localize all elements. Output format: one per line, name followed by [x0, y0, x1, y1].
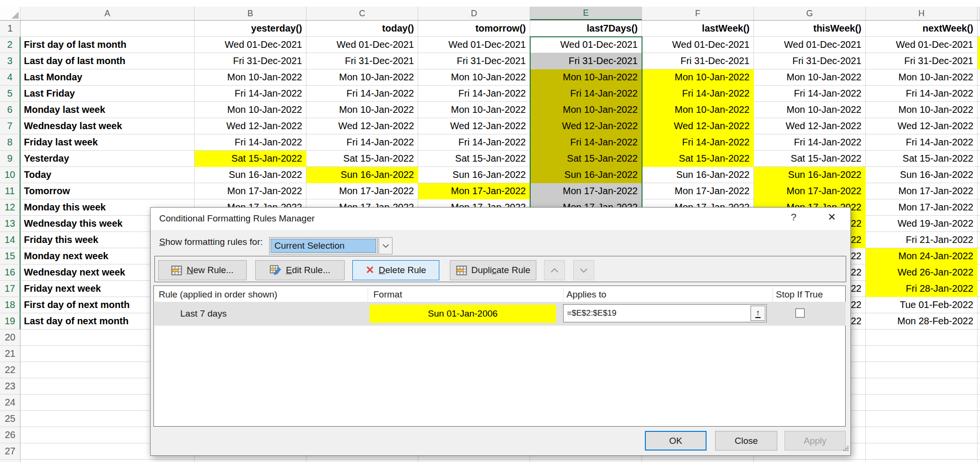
cell-D5[interactable]: Fri 14-Jan-2022	[418, 86, 530, 102]
row-header-3[interactable]: 3	[0, 53, 21, 69]
cell-B4[interactable]: Mon 10-Jan-2022	[195, 69, 306, 86]
cell-E7[interactable]: Wed 12-Jan-2022	[530, 118, 642, 134]
column-header-G[interactable]: G	[754, 7, 866, 20]
cell-H27[interactable]	[866, 443, 978, 460]
cell-D28[interactable]	[418, 460, 530, 462]
row-header-7[interactable]: 7	[0, 118, 21, 134]
cell-F2[interactable]: Wed 01-Dec-2021	[642, 37, 754, 53]
cell-D6[interactable]: Mon 10-Jan-2022	[418, 102, 530, 118]
cell-I6[interactable]	[978, 102, 980, 118]
cell-E3[interactable]: Fri 31-Dec-2021	[530, 53, 642, 69]
cell-C3[interactable]: Fri 31-Dec-2021	[306, 53, 418, 69]
cell-C6[interactable]: Mon 10-Jan-2022	[306, 102, 418, 118]
cell-B7[interactable]: Wed 12-Jan-2022	[195, 118, 306, 134]
cell-D9[interactable]: Sat 15-Jan-2022	[418, 151, 530, 167]
cell-D4[interactable]: Mon 10-Jan-2022	[418, 69, 530, 86]
cell-H12[interactable]: Mon 17-Jan-2022	[866, 199, 978, 216]
row-header-10[interactable]: 10	[0, 167, 21, 183]
cell-D11[interactable]: Mon 17-Jan-2022	[418, 183, 530, 199]
cell-C11[interactable]: Mon 17-Jan-2022	[306, 183, 418, 199]
cell-H19[interactable]: Mon 28-Feb-2022	[866, 313, 978, 330]
cell-F4[interactable]: Mon 10-Jan-2022	[642, 69, 754, 86]
cell-B28[interactable]	[195, 460, 306, 462]
cell-C2[interactable]: Wed 01-Dec-2021	[306, 37, 418, 53]
cell-D1[interactable]: tomorrow()	[418, 21, 530, 37]
cell-H26[interactable]	[866, 427, 978, 443]
cell-A11[interactable]: Tomorrow	[21, 183, 195, 199]
cell-B1[interactable]: yesterday()	[195, 21, 306, 37]
cell-I25[interactable]	[978, 411, 980, 427]
cell-F1[interactable]: lastWeek()	[642, 21, 754, 37]
cell-I14[interactable]	[978, 232, 980, 248]
cell-A7[interactable]: Wednesday last week	[21, 118, 195, 134]
move-rule-down-button[interactable]	[573, 260, 594, 280]
rule-row[interactable]: Last 7 days Sun 01-Jan-2006 =$E$2:$E$19 …	[154, 302, 846, 326]
close-dialog-button[interactable]: ✕	[824, 211, 840, 227]
cell-F28[interactable]	[642, 460, 754, 462]
row-header-14[interactable]: 14	[0, 232, 21, 248]
cell-C7[interactable]: Wed 12-Jan-2022	[306, 118, 418, 134]
cell-C28[interactable]	[306, 460, 418, 462]
cell-I2[interactable]	[978, 37, 980, 53]
cell-A1[interactable]	[21, 21, 195, 37]
cell-I23[interactable]	[978, 378, 980, 395]
row-header-8[interactable]: 8	[0, 134, 21, 151]
stop-if-true-checkbox[interactable]	[795, 308, 805, 318]
cell-I11[interactable]	[978, 183, 980, 199]
column-header-C[interactable]: C	[306, 7, 418, 20]
apply-button[interactable]: Apply	[784, 431, 846, 451]
cell-D10[interactable]: Sun 16-Jan-2022	[418, 167, 530, 183]
cell-D2[interactable]: Wed 01-Dec-2021	[418, 37, 530, 53]
cell-H20[interactable]	[866, 330, 978, 346]
cell-A9[interactable]: Yesterday	[21, 151, 195, 167]
cell-I15[interactable]	[978, 248, 980, 264]
cell-H18[interactable]: Tue 01-Feb-2022	[866, 297, 978, 313]
row-header-13[interactable]: 13	[0, 216, 21, 232]
cell-E4[interactable]: Mon 10-Jan-2022	[530, 69, 642, 86]
cell-I28[interactable]	[978, 460, 980, 462]
cell-F6[interactable]: Mon 10-Jan-2022	[642, 102, 754, 118]
select-all-corner[interactable]	[0, 7, 21, 20]
delete-rule-button[interactable]: ✕ Delete Rule	[352, 260, 439, 280]
edit-rule-button[interactable]: Edit Rule...	[255, 260, 345, 280]
cell-E9[interactable]: Sat 15-Jan-2022	[530, 151, 642, 167]
row-header-20[interactable]: 20	[0, 330, 21, 346]
row-header-28[interactable]: 28	[0, 460, 21, 462]
show-rules-dropdown-button[interactable]	[379, 237, 392, 254]
cell-I8[interactable]	[978, 134, 980, 151]
cell-F10[interactable]: Sun 16-Jan-2022	[642, 167, 754, 183]
cell-I24[interactable]	[978, 395, 980, 411]
row-header-25[interactable]: 25	[0, 411, 21, 427]
ok-button[interactable]: OK	[645, 431, 707, 451]
cell-E10[interactable]: Sun 16-Jan-2022	[530, 167, 642, 183]
cell-I13[interactable]	[978, 216, 980, 232]
cell-C4[interactable]: Mon 10-Jan-2022	[306, 69, 418, 86]
cell-H25[interactable]	[866, 411, 978, 427]
cell-I1[interactable]	[978, 21, 980, 37]
cell-H10[interactable]: Sun 16-Jan-2022	[866, 167, 978, 183]
cell-H16[interactable]: Wed 26-Jan-2022	[866, 264, 978, 281]
cell-D8[interactable]: Fri 14-Jan-2022	[418, 134, 530, 151]
cell-A10[interactable]: Today	[21, 167, 195, 183]
cell-E1[interactable]: last7Days()	[530, 21, 642, 37]
cell-E2[interactable]: Wed 01-Dec-2021	[530, 37, 642, 53]
cell-E5[interactable]: Fri 14-Jan-2022	[530, 86, 642, 102]
cell-H15[interactable]: Mon 24-Jan-2022	[866, 248, 978, 264]
cell-I7[interactable]	[978, 118, 980, 134]
cell-H13[interactable]: Wed 19-Jan-2022	[866, 216, 978, 232]
cell-H6[interactable]: Mon 10-Jan-2022	[866, 102, 978, 118]
cell-E8[interactable]: Fri 14-Jan-2022	[530, 134, 642, 151]
cell-I4[interactable]	[978, 69, 980, 86]
cell-B2[interactable]: Wed 01-Dec-2021	[195, 37, 306, 53]
row-header-22[interactable]: 22	[0, 362, 21, 378]
row-header-23[interactable]: 23	[0, 378, 21, 395]
cell-I20[interactable]	[978, 330, 980, 346]
cell-B3[interactable]: Fri 31-Dec-2021	[195, 53, 306, 69]
cell-D7[interactable]: Wed 12-Jan-2022	[418, 118, 530, 134]
cell-I5[interactable]	[978, 86, 980, 102]
row-header-27[interactable]: 27	[0, 443, 21, 460]
cell-C1[interactable]: today()	[306, 21, 418, 37]
row-header-17[interactable]: 17	[0, 281, 21, 297]
resize-grip[interactable]	[842, 443, 849, 454]
cell-E28[interactable]	[530, 460, 642, 462]
